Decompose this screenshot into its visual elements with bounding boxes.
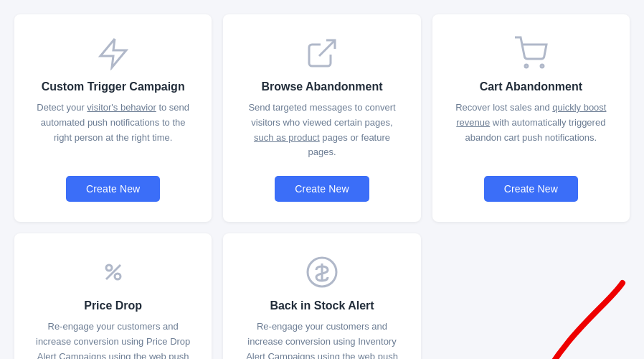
svg-line-0 — [319, 40, 335, 56]
cart-icon — [513, 36, 548, 70]
row-1: Custom Trigger Campaign Detect your visi… — [14, 14, 630, 222]
svg-line-5 — [106, 265, 120, 279]
card-title-custom-trigger: Custom Trigger Campaign — [42, 80, 185, 93]
create-new-button-custom-trigger[interactable]: Create New — [66, 176, 160, 202]
card-title-back-in-stock: Back in Stock Alert — [270, 299, 374, 312]
card-desc-back-in-stock: Re-engage your customers and increase co… — [240, 320, 403, 359]
svg-point-1 — [525, 65, 528, 67]
bolt-icon — [96, 36, 131, 70]
card-title-cart-abandonment: Cart Abandonment — [480, 80, 582, 93]
campaigns-grid: Custom Trigger Campaign Detect your visi… — [14, 14, 630, 359]
card-desc-price-drop: Re-engage your customers and increase co… — [32, 320, 194, 359]
card-custom-trigger: Custom Trigger Campaign Detect your visi… — [14, 14, 212, 222]
card-title-browse-abandonment: Browse Abandonment — [261, 80, 382, 93]
arrow-annotation — [479, 276, 637, 359]
card-title-price-drop: Price Drop — [84, 299, 142, 312]
svg-point-4 — [115, 274, 120, 279]
create-new-button-browse-abandonment[interactable]: Create New — [275, 176, 369, 202]
card-price-drop: Price Drop Re-engage your customers and … — [14, 233, 212, 359]
card-desc-cart-abandonment: Recover lost sales and quickly boost rev… — [450, 101, 612, 160]
create-new-button-cart-abandonment[interactable]: Create New — [484, 176, 578, 202]
external-link-icon — [305, 36, 339, 70]
card-back-in-stock: Back in Stock Alert Re-engage your custo… — [223, 233, 420, 359]
svg-point-2 — [541, 65, 544, 67]
svg-point-3 — [106, 265, 112, 271]
card-cart-abandonment: Cart Abandonment Recover lost sales and … — [432, 14, 630, 222]
card-desc-browse-abandonment: Send targeted messages to convert visito… — [240, 101, 403, 160]
card-desc-custom-trigger: Detect your visitor's behavior to send a… — [32, 101, 194, 160]
card-browse-abandonment: Browse Abandonment Send targeted message… — [223, 14, 420, 222]
row-2: Price Drop Re-engage your customers and … — [14, 233, 630, 359]
dollar-icon — [305, 255, 339, 289]
percent-icon — [96, 255, 131, 289]
